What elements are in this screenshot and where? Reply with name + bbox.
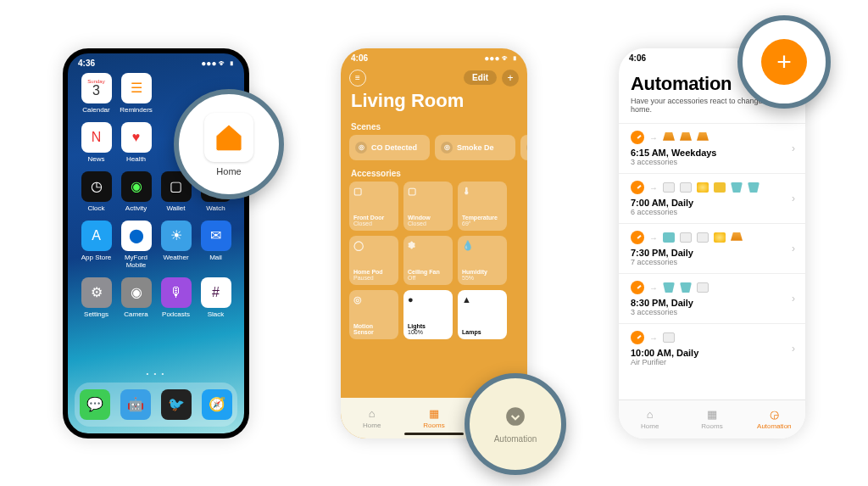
status-icons: ●●● ᯤ ▮ [484,53,517,63]
accessory-lights[interactable]: ●Lights100% [403,290,453,339]
accessory-mini-icon [663,332,675,343]
automation-icon: ◶ [770,408,779,421]
chevron-right-icon: › [792,293,795,304]
accessory-mini-icon [748,182,760,193]
arrow-icon: → [649,183,658,193]
accessory-icon: 💧 [462,240,503,251]
app-mail[interactable]: ✉Mail [196,221,236,269]
tab-home[interactable]: ⌂Home [619,400,681,439]
accessory-motion-sensor[interactable]: ◎Motion Sensor [349,290,398,339]
callout-home-app: Home [174,89,284,199]
app-activity[interactable]: ◉Activity [116,171,156,212]
clock-icon [631,131,644,144]
accessory-ceiling-fan[interactable]: ✽Ceiling FanOff [403,236,453,285]
status-icons: ●●● ᯤ ▮ [201,59,234,68]
tab-rooms[interactable]: ▦Rooms [681,400,743,439]
app-app-store[interactable]: AApp Store [76,221,116,269]
svg-point-0 [506,407,525,426]
app-health[interactable]: ♥Health [116,122,156,163]
accessory-icon: ▢ [353,186,394,197]
scenes-list: ◎CO Detected◎Smoke De◎Fan 50🏠Alarm Off [341,135,527,165]
accessory-mini-icon [663,182,675,193]
app-slack[interactable]: #Slack [196,277,236,318]
accessories-header: Accessories [341,165,527,182]
clock-time: 4:36 [78,59,95,68]
add-automation-button[interactable]: + [761,39,807,85]
accessory-mini-icon [697,132,709,142]
scene-co-detected[interactable]: ◎CO Detected [349,135,430,160]
accessory-icon: ▲ [462,294,503,304]
accessory-icon: ▢ [408,186,448,197]
accessory-icon: ◯ [353,240,394,251]
automation-list: →6:15 AM, Weekdays3 accessories›→7:00 AM… [619,123,805,373]
automation-row[interactable]: →8:30 PM, Daily3 accessories› [619,273,805,323]
accessory-temperature[interactable]: 🌡Temperature69° [458,182,507,231]
accessory-mini-icon [731,232,743,243]
scene-icon: ◎ [355,142,367,154]
dock-app-safari[interactable]: 🧭 [202,389,232,420]
accessory-mini-icon [663,282,675,293]
automation-row[interactable]: →7:30 PM, Daily7 accessories› [619,223,805,273]
dock-app-bot[interactable]: 🤖 [120,389,151,420]
arrow-icon: → [649,333,658,343]
arrow-icon: → [649,133,658,142]
clock-time: 4:06 [629,53,646,63]
automation-tab-icon[interactable] [504,405,526,433]
app-calendar[interactable]: Sunday3Calendar [76,73,116,114]
accessory-mini-icon [663,232,675,243]
dock-app-messages[interactable]: 💬 [80,389,110,420]
chevron-right-icon: › [792,343,795,355]
home-indicator [404,433,464,435]
callout-automation-tab: Automation [465,373,566,475]
app-reminders[interactable]: ☰Reminders [116,73,156,114]
tab-bar: ⌂Home▦Rooms◶Automation [619,399,805,439]
callout-label: Automation [494,434,537,444]
app-weather[interactable]: ☀Weather [156,221,196,269]
app-news[interactable]: NNews [76,122,116,163]
accessory-mini-icon [680,182,692,193]
home-app-icon[interactable] [204,113,253,162]
accessory-mini-icon [680,132,692,142]
accessory-icon: ◎ [353,294,394,305]
accessory-mini-icon [697,282,709,293]
accessory-lamps[interactable]: ▲Lamps [458,290,507,339]
room-title: Living Room [341,88,527,119]
page-dots: • • • [68,370,244,377]
automation-row[interactable]: →6:15 AM, Weekdays3 accessories› [619,123,805,173]
clock-time: 4:06 [351,53,368,63]
dock-app-bird[interactable]: 🐦 [161,389,192,420]
accessory-icon: ● [408,294,448,304]
tab-home[interactable]: ⌂Home [341,398,403,439]
accessory-mini-icon [731,182,743,193]
rooms-icon: ▦ [429,407,439,420]
app-camera[interactable]: ◉Camera [116,277,156,318]
accessory-mini-icon [663,132,675,142]
app-settings[interactable]: ⚙Settings [76,277,116,318]
tab-automation[interactable]: ◶Automation [743,400,805,439]
rooms-icon: ▦ [707,408,717,421]
automation-row[interactable]: →7:00 AM, Daily6 accessories› [619,173,805,223]
scene-fan-50[interactable]: ◎Fan 50 [520,135,527,160]
clock-icon [631,281,644,294]
accessory-home-pod[interactable]: ◯Home PodPaused [349,236,398,285]
add-button[interactable]: + [502,70,519,87]
app-myford-mobile[interactable]: ⬤MyFord Mobile [116,221,156,269]
accessory-mini-icon [714,182,726,193]
accessory-icon: 🌡 [462,186,503,196]
rooms-list-button[interactable]: ≡ [349,70,366,87]
scene-smoke-de[interactable]: ◎Smoke De [435,135,515,160]
scene-icon: ◎ [526,142,527,154]
home-icon: ⌂ [369,407,376,420]
accessory-front-door[interactable]: ▢Front DoorClosed [349,182,398,231]
automation-row[interactable]: →10:00 AM, DailyAir Purifier› [619,323,805,373]
accessory-mini-icon [714,232,726,243]
app-clock[interactable]: ◷Clock [76,171,116,212]
chevron-right-icon: › [792,243,795,254]
app-podcasts[interactable]: 🎙Podcasts [156,277,196,318]
accessory-window[interactable]: ▢WindowClosed [403,182,453,231]
accessory-mini-icon [697,232,709,243]
edit-button[interactable]: Edit [464,70,497,85]
accessory-humidity[interactable]: 💧Humidity55% [458,236,507,285]
accessory-mini-icon [680,282,692,293]
arrow-icon: → [649,233,658,243]
